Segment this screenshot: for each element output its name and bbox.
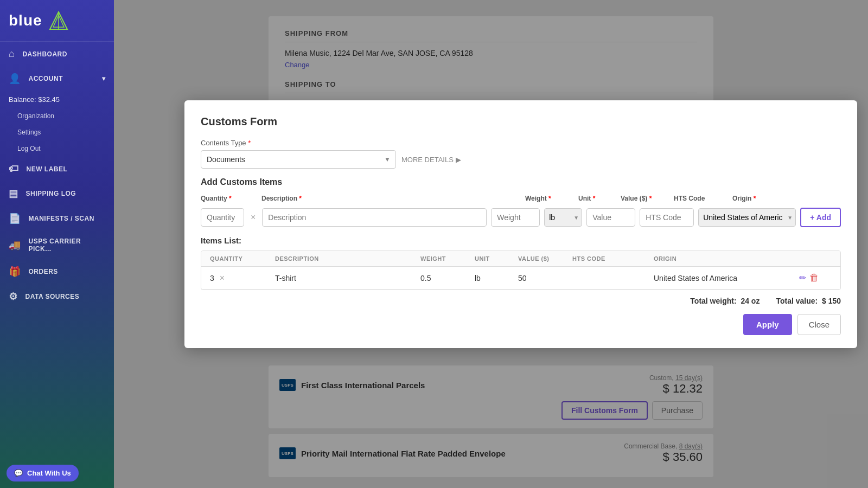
sidebar-item-shipping-log[interactable]: ▤ Shipping Log <box>0 181 114 206</box>
shipping-log-icon: ▤ <box>9 188 18 200</box>
origin-select[interactable]: United States of America Canada China Me… <box>698 208 796 227</box>
desc-col-header: Description * <box>261 195 521 204</box>
balance-display: Balance: $32.45 <box>0 91 114 108</box>
sidebar-item-dashboard[interactable]: ⌂ Dashboard <box>0 42 114 66</box>
apply-button[interactable]: Apply <box>743 314 792 335</box>
manifests-icon: 📄 <box>9 213 21 224</box>
items-table-header: QUANTITY DESCRIPTION WEIGHT UNIT VALUE (… <box>201 251 840 267</box>
col-header-description: DESCRIPTION <box>275 255 420 262</box>
close-button[interactable]: Close <box>797 314 841 335</box>
add-item-button[interactable]: + Add <box>800 208 841 227</box>
sidebar-item-new-label[interactable]: 🏷 New Label <box>0 157 114 181</box>
col-header-origin: ORIGIN <box>654 255 799 262</box>
quantity-input[interactable] <box>201 208 244 227</box>
hts-col-header: HTS Code <box>674 195 728 204</box>
unit-select[interactable]: lb kg oz <box>544 208 582 227</box>
contents-type-required: * <box>246 139 251 147</box>
row-description: T-shirt <box>275 274 420 282</box>
international-bridge-logo-icon <box>48 10 69 31</box>
add-items-headers: Quantity * Description * Weight * Unit *… <box>201 195 841 204</box>
row-delete-button[interactable]: 🗑 <box>809 272 819 284</box>
origin-select-wrapper: United States of America Canada China Me… <box>698 208 796 227</box>
modal-title: Customs Form <box>201 115 841 128</box>
contents-type-select[interactable]: Documents Gift Merchandise Returned Good… <box>201 150 396 169</box>
row-origin: United States of America <box>654 274 799 282</box>
customs-form-modal: Customs Form Contents Type * Documents G… <box>184 100 857 348</box>
row-weight: 0.5 <box>420 274 475 282</box>
gear-icon: ⚙ <box>9 291 18 303</box>
sidebar-item-settings[interactable]: Settings <box>0 124 114 140</box>
origin-col-header: Origin * <box>732 195 841 204</box>
totals-row: Total weight: 24 oz Total value: $ 150 <box>201 297 841 305</box>
row-qty-x: 3 × <box>210 274 275 282</box>
total-weight-label: Total weight: 24 oz <box>690 297 760 305</box>
sidebar-item-orders[interactable]: 🎁 Orders <box>0 259 114 284</box>
col-header-quantity: QUANTITY <box>210 255 275 262</box>
sidebar-item-data-sources[interactable]: ⚙ Data Sources <box>0 284 114 309</box>
add-items-input-row: × lb kg oz ▼ United States of America Ca… <box>201 208 841 227</box>
total-value-label: Total value: $ 150 <box>776 297 841 305</box>
weight-input[interactable] <box>491 208 540 227</box>
app-logo-text: blue <box>9 12 42 29</box>
qty-col-header: Quantity * <box>201 195 244 204</box>
more-details-button[interactable]: MORE DETAILS ▶ <box>401 156 461 164</box>
description-input[interactable] <box>262 208 487 227</box>
col-header-value: VALUE ($) <box>518 255 572 262</box>
weight-col-header: Weight * <box>525 195 574 204</box>
chevron-right-icon: ▶ <box>456 156 461 164</box>
label-icon: 🏷 <box>9 163 19 175</box>
unit-col-header: Unit * <box>578 195 616 204</box>
col-header-unit: UNIT <box>475 255 518 262</box>
hts-code-input[interactable] <box>640 208 694 227</box>
account-icon: 👤 <box>9 73 21 85</box>
items-list-label: Items List: <box>201 236 841 245</box>
sidebar-item-organization[interactable]: Organization <box>0 108 114 124</box>
contents-type-label: Contents Type * <box>201 139 841 147</box>
col-header-actions <box>799 255 832 262</box>
row-qty-clear-button[interactable]: × <box>218 274 227 282</box>
quantity-clear-button[interactable]: × <box>248 213 258 222</box>
value-input[interactable] <box>586 208 635 227</box>
truck-icon: 🚚 <box>9 239 21 251</box>
row-unit: lb <box>475 274 518 282</box>
add-items-title: Add Customs Items <box>201 177 841 187</box>
col-header-weight: WEIGHT <box>420 255 475 262</box>
sidebar-header: blue <box>0 0 114 42</box>
items-list-section: Items List: QUANTITY DESCRIPTION WEIGHT … <box>201 236 841 290</box>
items-table: QUANTITY DESCRIPTION WEIGHT UNIT VALUE (… <box>201 251 841 290</box>
row-edit-button[interactable]: ✏ <box>799 273 806 283</box>
table-row: 3 × T-shirt 0.5 lb 50 United States of A… <box>201 267 840 290</box>
home-icon: ⌂ <box>9 48 15 60</box>
sidebar: blue ⌂ Dashboard 👤 Account ▾ Balance: $3… <box>0 0 114 488</box>
chat-widget[interactable]: 💬 Chat With Us <box>7 465 79 481</box>
sidebar-item-manifests[interactable]: 📄 Manifests / Scan <box>0 206 114 231</box>
unit-select-wrapper: lb kg oz ▼ <box>544 208 582 227</box>
sidebar-item-usps-pickup[interactable]: 🚚 USPS Carrier Pick... <box>0 231 114 259</box>
col-header-hts: HTS CODE <box>572 255 654 262</box>
main-content: SHIPPING FROM Milena Music, 1224 Del Mar… <box>114 0 868 488</box>
modal-footer: Apply Close <box>201 314 841 335</box>
chat-icon: 💬 <box>14 469 23 477</box>
row-value: 50 <box>518 274 572 282</box>
row-actions: ✏ 🗑 <box>799 272 832 284</box>
sidebar-item-logout[interactable]: Log Out <box>0 140 114 157</box>
row-quantity: 3 × <box>210 274 275 282</box>
orders-icon: 🎁 <box>9 266 21 278</box>
sidebar-item-account[interactable]: 👤 Account ▾ <box>0 66 114 91</box>
value-col-header: Value ($) * <box>621 195 669 204</box>
contents-type-select-wrapper: Documents Gift Merchandise Returned Good… <box>201 150 396 169</box>
chevron-down-icon: ▾ <box>102 75 106 82</box>
contents-type-row: Documents Gift Merchandise Returned Good… <box>201 150 841 169</box>
contents-type-section: Contents Type * Documents Gift Merchandi… <box>201 139 841 169</box>
